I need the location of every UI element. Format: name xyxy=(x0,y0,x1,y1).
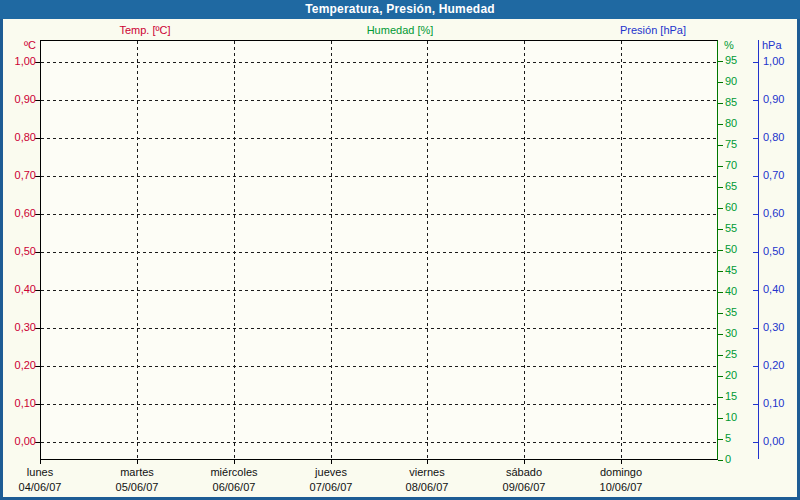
y-tick-label-temperature: 0,50 xyxy=(0,245,36,258)
x-tick xyxy=(234,460,235,464)
y-tick-pressure xyxy=(753,328,758,329)
y-tick-label-temperature: 0,60 xyxy=(0,207,36,220)
y-tick-label-humidity: 75 xyxy=(725,138,737,151)
gridline-vertical xyxy=(137,41,138,459)
y-tick-pressure xyxy=(753,442,758,443)
y-tick-label-temperature: 0,10 xyxy=(0,397,36,410)
gridline-vertical xyxy=(331,41,332,459)
y-tick-humidity xyxy=(718,460,723,461)
title-bar: Temperatura, Presión, Humedad xyxy=(0,0,800,19)
y-tick-pressure xyxy=(753,176,758,177)
y-tick-label-humidity: 80 xyxy=(725,117,737,130)
gridline-horizontal xyxy=(41,176,717,177)
x-tick xyxy=(137,460,138,464)
y-tick-label-temperature: 0,70 xyxy=(0,169,36,182)
y-tick-humidity xyxy=(718,166,723,167)
y-tick-label-pressure: 0,60 xyxy=(763,207,784,220)
pressure-axis-unit: hPa xyxy=(762,39,782,52)
y-tick-pressure xyxy=(753,100,758,101)
gridline-horizontal xyxy=(41,214,717,215)
y-tick-label-temperature: 0,80 xyxy=(0,131,36,144)
y-tick-label-humidity: 95 xyxy=(725,54,737,67)
y-tick-label-pressure: 0,20 xyxy=(763,359,784,372)
y-tick-humidity xyxy=(718,208,723,209)
y-tick-label-humidity: 60 xyxy=(725,201,737,214)
humidity-axis-unit: % xyxy=(724,39,734,52)
gridline-horizontal xyxy=(41,100,717,101)
y-tick-humidity xyxy=(718,145,723,146)
y-tick-humidity xyxy=(718,250,723,251)
y-tick-humidity xyxy=(718,229,723,230)
x-tick xyxy=(427,460,428,464)
y-tick-humidity xyxy=(718,187,723,188)
y-tick-humidity xyxy=(718,355,723,356)
y-tick-pressure xyxy=(753,290,758,291)
legend-temperature: Temp. [ºC] xyxy=(119,23,170,37)
chart-window: Temperatura, Presión, Humedad ºC % hPa 1… xyxy=(0,0,800,500)
gridline-horizontal xyxy=(41,404,717,405)
y-tick-label-humidity: 25 xyxy=(725,348,737,361)
x-tick xyxy=(524,460,525,464)
temperature-axis-unit: ºC xyxy=(0,39,36,52)
y-tick-humidity xyxy=(718,334,723,335)
y-tick-humidity xyxy=(718,271,723,272)
y-tick-label-humidity: 85 xyxy=(725,96,737,109)
y-tick-label-pressure: 0,10 xyxy=(763,397,784,410)
y-tick-label-humidity: 30 xyxy=(725,327,737,340)
y-tick-label-humidity: 40 xyxy=(725,285,737,298)
gridline-vertical xyxy=(621,41,622,459)
y-tick-label-pressure: 0,80 xyxy=(763,131,784,144)
y-tick-label-pressure: 0,90 xyxy=(763,93,784,106)
y-tick-humidity xyxy=(718,103,723,104)
x-tick xyxy=(40,460,41,464)
gridline-vertical xyxy=(524,41,525,459)
y-tick-label-pressure: 0,00 xyxy=(763,435,784,448)
y-tick-pressure xyxy=(753,214,758,215)
pressure-axis-line xyxy=(758,40,759,459)
y-tick-label-pressure: 0,40 xyxy=(763,283,784,296)
y-tick-label-pressure: 0,50 xyxy=(763,245,784,258)
x-day-name: domingo xyxy=(561,466,681,479)
y-tick-label-humidity: 20 xyxy=(725,369,737,382)
y-tick-label-humidity: 70 xyxy=(725,159,737,172)
legend-humidity: Humedad [%] xyxy=(367,23,434,37)
y-tick-pressure xyxy=(753,366,758,367)
y-tick-label-humidity: 0 xyxy=(725,453,731,466)
y-tick-label-humidity: 65 xyxy=(725,180,737,193)
gridline-horizontal xyxy=(41,252,717,253)
y-tick-pressure xyxy=(753,138,758,139)
y-tick-humidity xyxy=(718,376,723,377)
y-tick-label-pressure: 1,00 xyxy=(763,55,784,68)
x-tick xyxy=(621,460,622,464)
y-tick-label-humidity: 90 xyxy=(725,75,737,88)
y-tick-label-temperature: 1,00 xyxy=(0,55,36,68)
y-tick-humidity xyxy=(718,397,723,398)
y-tick-label-pressure: 0,70 xyxy=(763,169,784,182)
gridline-vertical xyxy=(234,41,235,459)
y-tick-label-humidity: 35 xyxy=(725,306,737,319)
gridline-horizontal xyxy=(41,442,717,443)
y-tick-label-humidity: 50 xyxy=(725,243,737,256)
y-tick-humidity xyxy=(718,313,723,314)
y-tick-label-temperature: 0,20 xyxy=(0,359,36,372)
gridline-horizontal xyxy=(41,62,717,63)
y-tick-pressure xyxy=(753,252,758,253)
y-tick-humidity xyxy=(718,439,723,440)
x-day-date: 10/06/07 xyxy=(561,481,681,494)
plot-area xyxy=(40,40,718,460)
y-tick-label-pressure: 0,30 xyxy=(763,321,784,334)
legend-pressure: Presión [hPa] xyxy=(620,23,686,37)
y-tick-label-humidity: 55 xyxy=(725,222,737,235)
y-tick-humidity xyxy=(718,82,723,83)
y-tick-label-temperature: 0,30 xyxy=(0,321,36,334)
y-tick-humidity xyxy=(718,61,723,62)
y-tick-label-humidity: 5 xyxy=(725,432,731,445)
y-tick-pressure xyxy=(753,62,758,63)
window-title: Temperatura, Presión, Humedad xyxy=(305,2,495,16)
y-tick-humidity xyxy=(718,292,723,293)
y-tick-pressure xyxy=(753,404,758,405)
y-tick-label-temperature: 0,00 xyxy=(0,435,36,448)
y-tick-label-humidity: 15 xyxy=(725,390,737,403)
gridline-vertical xyxy=(427,41,428,459)
y-tick-label-temperature: 0,40 xyxy=(0,283,36,296)
